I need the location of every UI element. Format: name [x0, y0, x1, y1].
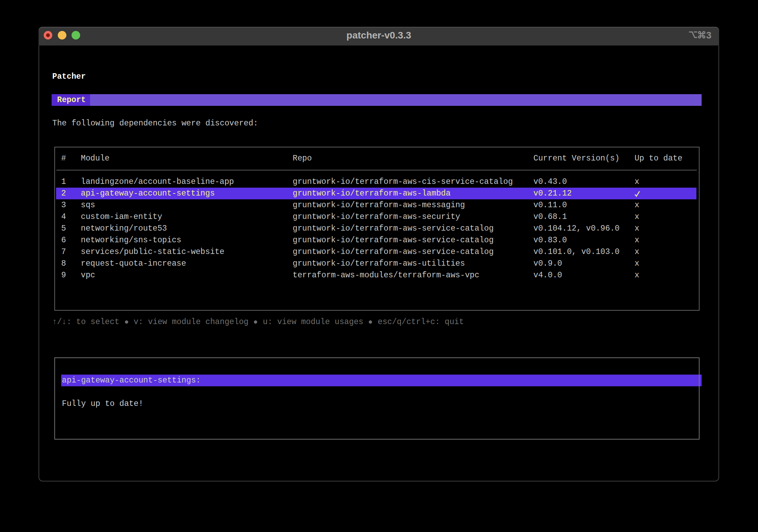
svg-text:3: 3	[706, 30, 712, 40]
